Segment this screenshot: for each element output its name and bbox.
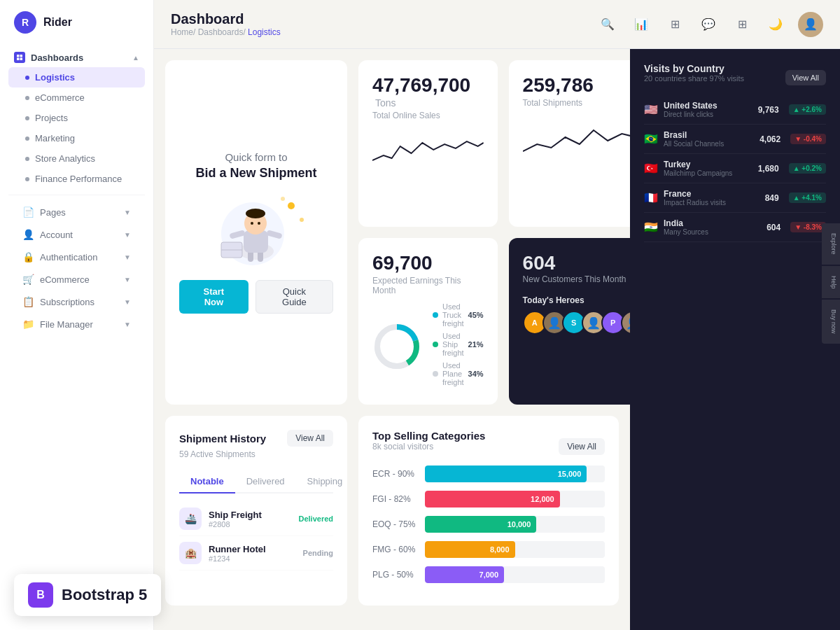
runner-hotel-info: Runner Hotel #1234 (209, 544, 296, 563)
country-change-4: ▼ -8.3% (790, 222, 826, 232)
sidebar-item-marketing[interactable]: Marketing (8, 128, 145, 148)
help-button[interactable]: Help (822, 266, 840, 299)
country-name-3: France (664, 189, 760, 199)
sidebar-item-ecommerce[interactable]: eCommerce (8, 88, 145, 108)
grid-icon[interactable]: ⊞ (664, 13, 686, 36)
shipments-chart (523, 116, 630, 158)
svg-rect-0 (17, 55, 20, 57)
visits-view-all-button[interactable]: View All (785, 70, 826, 85)
visits-subtitle: 20 countries share 97% visits (644, 74, 744, 83)
sidebar-item-pages[interactable]: 📄 Pages ▼ (8, 201, 145, 223)
dashboards-group[interactable]: Dashboards ▲ (8, 48, 145, 67)
user-avatar[interactable]: 👤 (798, 12, 823, 37)
bid-subtitle: Bid a New Shipment (195, 166, 316, 181)
file-manager-chevron: ▼ (124, 321, 131, 328)
svg-point-18 (300, 218, 304, 222)
dot-logistics (25, 76, 29, 80)
bars-container: ECR - 90% 15,000 FGI - 82% 12,000 EOQ - … (372, 465, 605, 583)
donut-legend: Used Truck freight 45% Used Ship freight… (433, 302, 484, 391)
total-sales-unit: Tons (375, 97, 396, 108)
sidebar-label-marketing: Marketing (35, 133, 75, 144)
message-icon[interactable]: 💬 (697, 13, 720, 36)
ship-freight-icon: 🚢 (179, 507, 202, 530)
search-icon[interactable]: 🔍 (596, 13, 619, 36)
dot-store-analytics (25, 157, 29, 161)
page-title: Dashboard (171, 11, 281, 27)
selling-title: Top Selling Categories (372, 430, 485, 442)
visits-header: Visits by Country 20 countries share 97%… (644, 63, 826, 92)
country-source-1: All Social Channels (664, 140, 754, 148)
start-now-button[interactable]: Start Now (179, 280, 248, 314)
bid-title: Quick form to (225, 151, 287, 163)
shipment-subtitle: 59 Active Shipments (179, 449, 333, 459)
moon-icon[interactable]: 🌙 (764, 13, 787, 36)
auth-chevron: ▼ (124, 253, 131, 261)
country-source-3: Impact Radius visits (664, 199, 760, 206)
pages-icon: 📄 (22, 206, 34, 218)
country-name-1: Brasil (664, 130, 754, 140)
bar-value-2: 10,000 (507, 520, 531, 528)
bid-card: Quick form to Bid a New Shipment (165, 60, 347, 405)
breadcrumb: Home/ Dashboards/ Logistics (171, 27, 281, 37)
sidebar-item-projects[interactable]: Projects (8, 108, 145, 128)
country-source-0: Direct link clicks (664, 111, 752, 118)
country-flag-1: 🇧🇷 (644, 132, 658, 146)
chart-icon[interactable]: 📊 (630, 13, 652, 36)
bar-label-0: ECR - 90% (372, 469, 418, 479)
country-visits-2: 1,680 (758, 164, 779, 174)
tab-delivered[interactable]: Delivered (235, 470, 296, 493)
explore-button[interactable]: Explore (822, 223, 840, 265)
bar-label-4: PLG - 50% (372, 570, 418, 580)
country-change-0: ▲ +2.6% (789, 104, 826, 115)
bar-value-1: 12,000 (531, 495, 554, 503)
bar-value-0: 15,000 (558, 470, 582, 478)
country-row-4: 🇮🇳 India Many Sources 604 ▼ -8.3% (644, 213, 826, 242)
country-visits-0: 9,763 (758, 105, 779, 115)
bar-track-0: 15,000 (425, 465, 605, 482)
selling-view-all-button[interactable]: View All (559, 438, 605, 455)
sidebar-item-ecommerce-nav[interactable]: 🛒 eCommerce ▼ (8, 268, 145, 290)
country-name-0: United States (664, 101, 752, 111)
country-change-3: ▲ +4.1% (789, 192, 826, 203)
stats-grid: 47,769,700 Tons Total Online Sales 259,7… (358, 60, 630, 405)
sidebar-divider-1 (8, 195, 145, 195)
content-area: Quick form to Bid a New Shipment (154, 49, 840, 630)
selling-header: Top Selling Categories 8k social visitor… (372, 430, 605, 463)
sidebar-item-account[interactable]: 👤 Account ▼ (8, 223, 145, 246)
tab-notable[interactable]: Notable (179, 470, 235, 493)
avatars-row: A 👤 S 👤 P 👤 (523, 311, 630, 335)
bar-label-3: FMG - 60% (372, 545, 418, 554)
donut-chart-container: Used Truck freight 45% Used Ship freight… (372, 302, 484, 391)
watermark-text: Bootstrap 5 (62, 586, 147, 604)
bar-fill-4: 7,000 (425, 566, 504, 583)
pages-chevron: ▼ (124, 209, 131, 216)
total-sales-label: Total Online Sales (372, 111, 484, 120)
sidebar-item-auth[interactable]: 🔒 Authentication ▼ (8, 246, 145, 268)
country-flag-3: 🇫🇷 (644, 191, 658, 204)
total-shipments-label: Total Shipments (523, 98, 630, 108)
bar-row-2: EOQ - 75% 10,000 (372, 516, 605, 533)
shipment-view-all-button[interactable]: View All (287, 430, 333, 447)
buy-now-button[interactable]: Buy now (822, 300, 840, 344)
sidebar-item-logistics[interactable]: Logistics (8, 67, 145, 88)
bar-label-1: FGI - 82% (372, 494, 418, 504)
quick-guide-button[interactable]: Quick Guide (255, 280, 333, 314)
apps-icon[interactable]: ⊞ (731, 13, 753, 36)
country-visits-3: 849 (765, 193, 779, 203)
bid-illustration (200, 192, 312, 269)
tab-shipping[interactable]: Shipping (296, 470, 354, 493)
earnings-card: 69,700 Expected Earnings This Month (358, 238, 498, 405)
account-chevron: ▼ (124, 231, 131, 239)
logo: R Rider (0, 11, 153, 48)
sidebar-item-store-analytics[interactable]: Store Analytics (8, 148, 145, 169)
file-manager-icon: 📁 (22, 318, 34, 330)
ship-label: Used Ship freight (442, 332, 464, 357)
country-flag-0: 🇺🇸 (644, 103, 658, 116)
svg-rect-2 (17, 58, 20, 61)
sidebar-item-file-manager[interactable]: 📁 File Manager ▼ (8, 313, 145, 335)
sidebar-item-subscriptions[interactable]: 📋 Subscriptions ▼ (8, 290, 145, 313)
bar-label-2: EOQ - 75% (372, 519, 418, 529)
sidebar-item-finance[interactable]: Finance Performance (8, 169, 145, 189)
customers-card: 604 New Customers This Month Today's Her… (509, 238, 630, 405)
country-row-2: 🇹🇷 Turkey Mailchimp Campaigns 1,680 ▲ +0… (644, 154, 826, 183)
